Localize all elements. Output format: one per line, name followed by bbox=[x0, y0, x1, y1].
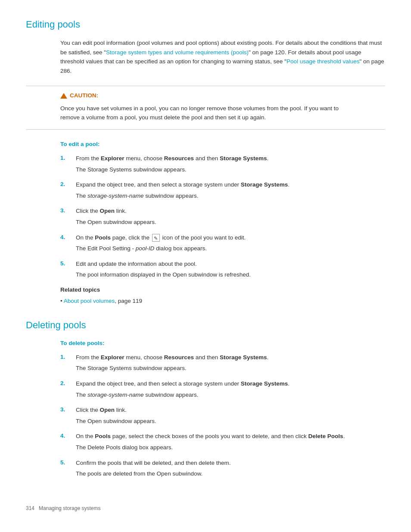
delete-step-2: 2. Expand the object tree, and then sele… bbox=[60, 379, 385, 399]
footer-text: Managing storage systems bbox=[39, 505, 100, 511]
delete-step-1: 1. From the Explorer menu, choose Resour… bbox=[60, 353, 385, 373]
page-number: 314 bbox=[26, 505, 34, 511]
step-1-content: From the Explorer menu, choose Resources… bbox=[76, 154, 268, 174]
caution-label: CAUTION: bbox=[70, 91, 98, 100]
step-number-4: 4. bbox=[60, 233, 69, 253]
step-2-content: Expand the object tree, and then select … bbox=[76, 180, 290, 200]
edit-pencil-icon bbox=[152, 234, 160, 242]
delete-pool-procedure-title: To delete pools: bbox=[60, 339, 385, 348]
edit-pool-steps: 1. From the Explorer menu, choose Resour… bbox=[60, 154, 385, 280]
delete-step-3: 3. Click the Open link. The Open subwind… bbox=[60, 405, 385, 426]
step-1-result: The Storage Systems subwindow appears. bbox=[76, 165, 268, 174]
edit-step-3: 3. Click the Open link. The Open subwind… bbox=[60, 206, 385, 227]
delete-step-1-content: From the Explorer menu, choose Resources… bbox=[76, 353, 268, 373]
delete-step-number-4: 4. bbox=[60, 432, 69, 452]
caution-text: Once you have set volumes in a pool, you… bbox=[60, 104, 351, 122]
step-number-1: 1. bbox=[60, 154, 69, 174]
link-pool-usage-threshold[interactable]: Pool usage threshold values bbox=[286, 58, 360, 65]
delete-step-3-content: Click the Open link. The Open subwindow … bbox=[76, 405, 156, 426]
delete-pool-steps: 1. From the Explorer menu, choose Resour… bbox=[60, 353, 385, 479]
step-3-result: The Open subwindow appears. bbox=[76, 218, 156, 227]
step-number-3: 3. bbox=[60, 206, 69, 227]
edit-step-4: 4. On the Pools page, click the icon of … bbox=[60, 233, 385, 253]
delete-step-3-result: The Open subwindow appears. bbox=[76, 417, 156, 426]
deleting-pools-title: Deleting pools bbox=[26, 318, 385, 332]
delete-step-number-1: 1. bbox=[60, 353, 69, 373]
delete-step-2-result: The storage-system-name subwindow appear… bbox=[76, 390, 290, 400]
delete-step-2-content: Expand the object tree, and then select … bbox=[76, 379, 290, 399]
related-topics-item-1: About pool volumes, page 119 bbox=[60, 297, 385, 305]
editing-pools-title: Editing pools bbox=[26, 17, 385, 31]
step-5-result: The pool information displayed in the Op… bbox=[76, 270, 251, 280]
step-2-result: The storage-system-name subwindow appear… bbox=[76, 191, 290, 201]
related-topics: Related topics About pool volumes, page … bbox=[60, 286, 385, 306]
delete-step-4-result: The Delete Pools dialog box appears. bbox=[76, 443, 345, 452]
edit-step-1: 1. From the Explorer menu, choose Resour… bbox=[60, 154, 385, 174]
page-footer: 314 Managing storage systems bbox=[26, 504, 385, 512]
delete-step-number-2: 2. bbox=[60, 379, 69, 399]
delete-step-5-content: Confirm the pools that will be deleted, … bbox=[76, 458, 230, 479]
edit-step-5: 5. Edit and update the information about… bbox=[60, 259, 385, 280]
step-number-2: 2. bbox=[60, 180, 69, 200]
related-topics-title: Related topics bbox=[60, 286, 385, 294]
link-storage-system-types[interactable]: Storage system types and volume requirem… bbox=[106, 49, 249, 56]
step-number-5: 5. bbox=[60, 259, 69, 280]
caution-box: CAUTION: Once you have set volumes in a … bbox=[26, 86, 385, 129]
edit-pool-procedure-title: To edit a pool: bbox=[60, 140, 385, 149]
delete-step-5-result: The pools are deleted from the Open subw… bbox=[76, 469, 230, 479]
step-4-content: On the Pools page, click the icon of the… bbox=[76, 233, 246, 253]
delete-step-1-result: The Storage Systems subwindow appears. bbox=[76, 364, 268, 373]
delete-step-5: 5. Confirm the pools that will be delete… bbox=[60, 458, 385, 479]
edit-step-2: 2. Expand the object tree, and then sele… bbox=[60, 180, 385, 200]
step-4-result: The Edit Pool Setting - pool-ID dialog b… bbox=[76, 244, 246, 253]
step-5-content: Edit and update the information about th… bbox=[76, 259, 251, 280]
delete-step-number-5: 5. bbox=[60, 458, 69, 479]
delete-step-4: 4. On the Pools page, select the check b… bbox=[60, 432, 385, 452]
caution-title: CAUTION: bbox=[60, 91, 351, 100]
delete-step-number-3: 3. bbox=[60, 405, 69, 426]
link-about-pool-volumes[interactable]: About pool volumes bbox=[64, 298, 115, 304]
step-3-content: Click the Open link. The Open subwindow … bbox=[76, 206, 156, 227]
delete-step-4-content: On the Pools page, select the check boxe… bbox=[76, 432, 345, 452]
related-topics-list: About pool volumes, page 119 bbox=[60, 297, 385, 305]
editing-pools-intro: You can edit pool information (pool volu… bbox=[60, 38, 385, 75]
caution-triangle-icon bbox=[60, 93, 67, 99]
